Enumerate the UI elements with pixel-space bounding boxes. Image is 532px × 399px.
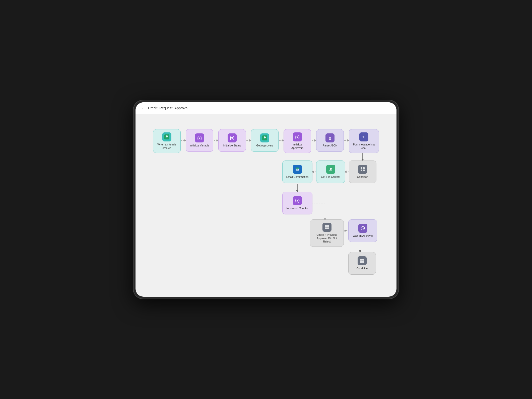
post-message-label: Post message in a chat xyxy=(352,143,376,150)
svg-rect-17 xyxy=(263,139,266,139)
node-increment[interactable]: {x} Increment Counter xyxy=(282,192,312,214)
header: ← Credit_Request_Approval xyxy=(136,102,396,114)
parse-json-label: Parse JSON xyxy=(323,144,337,147)
approvers-variable-icon: {x} xyxy=(293,132,302,141)
node-email-confirmation[interactable]: Email Confirmation xyxy=(282,161,312,183)
node-post-message[interactable]: T Post message in a chat xyxy=(349,129,379,153)
check-reject-icon xyxy=(322,223,331,232)
init-variable-label: Initialize Variable xyxy=(190,144,210,147)
svg-point-13 xyxy=(166,135,168,137)
node-wait-approval[interactable]: Wait an Approval xyxy=(348,219,377,242)
svg-rect-36 xyxy=(360,259,362,261)
node-get-approvers[interactable]: Get Approvers xyxy=(251,129,279,152)
check-reject-label: Check If Previous Approver Did Not Rejec… xyxy=(313,233,341,244)
svg-rect-20 xyxy=(361,167,362,169)
node-parse-json[interactable]: {} Parse JSON xyxy=(316,129,344,152)
trigger-label: When an item is created xyxy=(156,143,178,150)
increment-label: Increment Counter xyxy=(287,207,308,210)
node-check-reject[interactable]: Check If Previous Approver Did Not Rejec… xyxy=(310,219,344,247)
svg-rect-38 xyxy=(360,261,362,263)
parse-json-icon: {} xyxy=(325,133,335,142)
init-approvers-label: Initialize Approvers xyxy=(286,143,308,150)
svg-rect-31 xyxy=(327,225,329,227)
node-trigger[interactable]: When an item is created xyxy=(153,129,181,153)
canvas: When an item is created {x} Initialize V… xyxy=(136,114,396,297)
node-get-file[interactable]: Get File Content xyxy=(316,161,345,183)
svg-rect-21 xyxy=(363,167,365,169)
get-file-label: Get File Content xyxy=(321,175,340,179)
flow-container: When an item is created {x} Initialize V… xyxy=(146,122,396,297)
svg-rect-37 xyxy=(362,259,364,261)
get-approvers-label: Get Approvers xyxy=(256,144,273,147)
increment-icon: {x} xyxy=(293,196,302,205)
svg-point-25 xyxy=(330,168,332,170)
condition-1-icon xyxy=(358,165,367,174)
svg-rect-14 xyxy=(165,138,168,138)
get-approvers-icon xyxy=(260,133,269,142)
svg-rect-32 xyxy=(325,227,327,229)
get-file-icon xyxy=(326,165,335,174)
node-init-variable[interactable]: {x} Initialize Variable xyxy=(186,129,213,152)
workflow-title: Credit_Request_Approval xyxy=(148,106,188,110)
condition-1-label: Condition xyxy=(357,175,368,179)
screen: ← Credit_Request_Approval xyxy=(136,102,396,297)
svg-rect-26 xyxy=(329,170,332,171)
node-init-status[interactable]: {x} Initialize Status xyxy=(218,129,246,152)
condition-2-icon xyxy=(358,256,367,265)
svg-rect-30 xyxy=(325,225,327,227)
svg-rect-23 xyxy=(363,170,365,171)
svg-point-16 xyxy=(264,136,266,138)
device-frame: ← Credit_Request_Approval xyxy=(133,100,399,299)
init-status-label: Initialize Status xyxy=(223,144,241,147)
email-icon xyxy=(293,165,302,174)
svg-rect-39 xyxy=(362,261,364,263)
condition-2-label: Condition xyxy=(357,267,368,270)
email-confirmation-label: Email Confirmation xyxy=(286,175,309,179)
wait-approval-label: Wait an Approval xyxy=(353,234,373,238)
node-init-approvers[interactable]: {x} Initialize Approvers xyxy=(284,129,311,153)
svg-rect-22 xyxy=(361,170,362,171)
status-variable-icon: {x} xyxy=(228,133,237,142)
node-condition-1[interactable]: Condition xyxy=(349,161,376,183)
svg-rect-29 xyxy=(296,168,299,169)
sharepoint-icon xyxy=(162,132,171,141)
svg-rect-33 xyxy=(327,227,329,229)
teams-icon: T xyxy=(359,132,368,141)
node-condition-2[interactable]: Condition xyxy=(348,252,376,275)
wait-approval-icon xyxy=(358,224,367,233)
svg-text:T: T xyxy=(362,135,364,139)
back-button[interactable]: ← xyxy=(142,106,146,110)
variable-icon: {x} xyxy=(195,133,204,142)
